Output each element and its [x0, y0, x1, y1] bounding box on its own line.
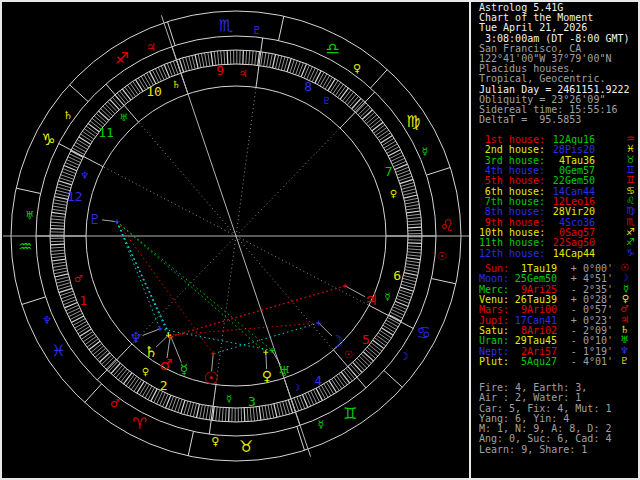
pisces-sign-icon: ♓ [51, 341, 65, 360]
house-number: 9 [216, 63, 224, 78]
sign-boundary [279, 16, 284, 40]
virgo-ruler-icon: ☿ [421, 145, 428, 158]
axis-line [236, 236, 311, 457]
degree-tick [390, 152, 403, 158]
degree-tick [252, 51, 253, 65]
degree-tick [404, 195, 418, 198]
degree-tick [54, 196, 68, 199]
zodiac-system: Tropical, Geocentric. [479, 74, 630, 84]
degree-tick [311, 391, 317, 404]
degree-tick [312, 69, 318, 82]
degree-tick [385, 323, 397, 330]
degree-tick [375, 338, 386, 346]
degree-tick [253, 407, 254, 421]
degree-tick [408, 224, 422, 225]
degree-tick [51, 256, 65, 258]
degree-tick [142, 385, 149, 397]
degree-tick [122, 89, 131, 100]
degree-tick [51, 219, 65, 220]
jupiter-glyph-icon: ♃ [364, 291, 377, 309]
degree-tick [77, 139, 89, 146]
degree-tick [104, 357, 114, 367]
degree-tick [227, 50, 228, 64]
degree-tick [377, 130, 389, 138]
degree-tick [324, 384, 331, 396]
degree-tick [189, 56, 193, 70]
house-ruler-icon: ♀ [142, 366, 149, 377]
house-cusp-line [256, 38, 263, 88]
degree-tick [307, 66, 313, 79]
degree-tick [406, 211, 420, 213]
planet-row: Plut:5Aqu27- 4°01'♇ [473, 357, 631, 367]
house-number: 11 [98, 125, 114, 140]
house-number: 12 [67, 189, 83, 204]
degree-tick [407, 217, 421, 218]
degree-tick [116, 367, 125, 378]
degree-tick [74, 321, 86, 328]
degree-tick [50, 225, 64, 226]
planet-pointer-line [156, 335, 168, 347]
degree-tick [364, 112, 374, 121]
planet-velocity: - 4°01' [557, 357, 613, 367]
libra-sign-icon: ♎ [326, 39, 340, 58]
degree-tick [98, 111, 108, 120]
degree-tick [101, 109, 111, 119]
degree-tick [274, 404, 277, 418]
degree-tick [320, 74, 327, 86]
degree-tick [105, 104, 115, 114]
degree-tick [81, 332, 93, 340]
house-cusp-spoke [127, 108, 236, 236]
house-number: 3 [248, 394, 256, 409]
degree-tick [316, 388, 323, 400]
degree-tick [386, 320, 398, 327]
aquarius-sign-icon: ♒ [18, 237, 32, 256]
pluto-icon: ♇ [620, 356, 629, 366]
degree-tick [99, 353, 109, 362]
degree-tick [259, 406, 261, 420]
aspect-line [213, 323, 318, 354]
house-ruler-icon: ☽ [292, 382, 301, 393]
degree-tick [383, 325, 395, 332]
degree-tick [347, 94, 356, 105]
degree-tick [193, 403, 196, 417]
degree-tick [187, 402, 191, 416]
sign-boundary [297, 427, 305, 451]
pluto-glyph-icon: ♇ [89, 211, 102, 227]
astrolog-window: ♈♂♉♀♊☿♋☽♌☉♍☿♎♀♏♇♐♃♑♄♒♅♓♆1♂2♀3☿4☽5☉6☿7♀8♇… [0, 0, 640, 480]
degree-tick [50, 244, 64, 245]
degree-tick [343, 90, 352, 101]
degree-tick [372, 122, 383, 131]
degree-tick [78, 326, 90, 333]
degree-tick [277, 403, 280, 417]
degree-tick [345, 92, 354, 103]
degree-tick [84, 129, 95, 137]
degree-tick [404, 273, 418, 276]
degree-tick [198, 54, 201, 68]
degree-tick [348, 366, 357, 377]
degree-tick [243, 50, 244, 64]
planet-pointer-line [167, 336, 170, 358]
degree-tick [130, 83, 138, 95]
degree-tick [356, 103, 366, 113]
degree-tick [326, 382, 333, 394]
degree-tick [404, 198, 418, 201]
degree-tick [133, 81, 141, 93]
degree-tick [75, 142, 87, 149]
degree-tick [389, 315, 401, 321]
degree-tick [91, 344, 102, 353]
degree-tick [249, 51, 250, 65]
degree-tick [406, 264, 420, 266]
degree-tick [407, 221, 421, 222]
degree-tick [66, 160, 79, 166]
degree-tick [53, 268, 67, 271]
gemini-ruler-icon: ☿ [318, 418, 325, 431]
house-ruler-icon: ♆ [80, 170, 89, 181]
degree-tick [313, 390, 319, 403]
house-number: 8 [304, 79, 312, 94]
sagittarius-sign-icon: ♐ [115, 49, 129, 68]
degree-tick [134, 380, 142, 392]
saturn-glyph-icon: ♄ [144, 343, 157, 361]
degree-tick [270, 54, 273, 68]
degree-tick [330, 80, 338, 92]
planet-value: 5Aqu27 [509, 357, 557, 367]
